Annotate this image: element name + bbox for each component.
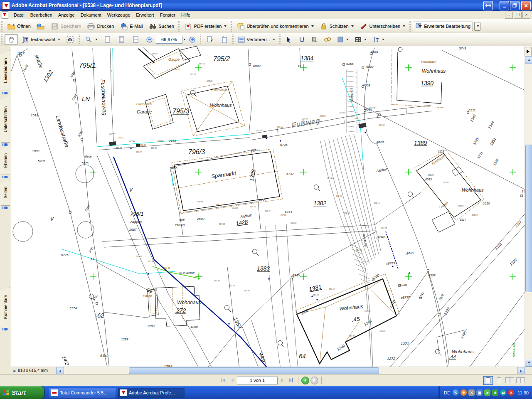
- next-page-button[interactable]: [279, 377, 286, 384]
- tray-orange-icon[interactable]: [461, 389, 467, 396]
- chevron-down-icon[interactable]: [58, 39, 60, 40]
- toolbar-grip[interactable]: [178, 21, 180, 32]
- sidebar-tab-unterschriften[interactable]: Unterschriften: [1, 96, 10, 143]
- email-button[interactable]: E-Mail: [117, 21, 145, 32]
- taskbar-task-1[interactable]: Adobe Acrobat Profe...: [118, 388, 185, 398]
- start-button[interactable]: Start: [0, 386, 44, 399]
- zoom-level-field[interactable]: 66,67%: [156, 36, 182, 44]
- toolbar-grip[interactable]: [78, 34, 81, 44]
- menu-anzeige[interactable]: Anzeige: [55, 12, 78, 18]
- zoom-out-button[interactable]: [143, 35, 155, 44]
- tray-network-icon[interactable]: ▣: [476, 389, 483, 396]
- previous-view-button[interactable]: [203, 34, 217, 45]
- search-button[interactable]: Suchen: [146, 21, 177, 32]
- form-field-tool-button[interactable]: [334, 35, 351, 44]
- language-indicator[interactable]: DE: [444, 390, 450, 395]
- organizer-button[interactable]: [34, 21, 47, 32]
- vertical-scroll-thumb[interactable]: [525, 145, 532, 292]
- sidebar-tab-kommentare[interactable]: Kommentare: [1, 287, 10, 327]
- toolbar-grip[interactable]: [200, 34, 202, 44]
- chevron-down-icon[interactable]: [364, 39, 367, 40]
- chevron-down-icon[interactable]: [311, 25, 314, 27]
- toolbar-grip[interactable]: [1, 21, 3, 32]
- zoom-in-button[interactable]: [186, 35, 198, 44]
- document-canvas[interactable]: 795/11302LandesstraßestraßeLNFuschelinow…: [11, 46, 532, 367]
- horizontal-scroll-thumb[interactable]: [129, 367, 379, 374]
- menu-bearbeiten[interactable]: Bearbeiten: [27, 12, 55, 18]
- chevron-down-icon[interactable]: [382, 39, 384, 40]
- tray-gear-alert-icon[interactable]: ✕: [468, 389, 475, 396]
- restore-button[interactable]: [510, 1, 520, 10]
- first-page-button[interactable]: [219, 377, 227, 384]
- open-button[interactable]: Öffnen: [5, 21, 33, 32]
- menu-erweitert[interactable]: Erweitert: [133, 12, 157, 18]
- vertical-scrollbar[interactable]: [525, 46, 532, 367]
- chevron-down-icon[interactable]: [224, 25, 227, 27]
- review-comment-button[interactable]: Überprüfen und kommentieren: [234, 21, 316, 32]
- sidebar-tab-grip[interactable]: [2, 92, 8, 94]
- previous-page-button[interactable]: [228, 377, 236, 384]
- toolbar-grip[interactable]: [279, 34, 281, 44]
- close-button[interactable]: [521, 1, 531, 10]
- sidebar-tab-grip[interactable]: [2, 143, 8, 146]
- sign-button[interactable]: Unterschreiben: [357, 21, 408, 32]
- tray-green-arrow-icon[interactable]: ➤: [484, 389, 490, 396]
- text-select-button[interactable]: T Textauswahl: [19, 35, 63, 44]
- zoom-dropdown-icon[interactable]: [183, 39, 186, 40]
- menu-fenster[interactable]: Fenster: [157, 12, 178, 18]
- next-view-button[interactable]: [217, 34, 231, 45]
- fit-page-button[interactable]: [115, 34, 128, 45]
- tray-security-alert-icon[interactable]: ✕: [508, 389, 514, 396]
- chevron-down-icon[interactable]: [346, 39, 349, 40]
- toolbar-overflow-button[interactable]: [525, 47, 532, 56]
- toolbar-grip[interactable]: [409, 21, 411, 32]
- touchup-text-button[interactable]: T: [370, 35, 387, 44]
- scroll-up-button[interactable]: [525, 56, 532, 64]
- next-view-nav-button[interactable]: [310, 377, 318, 384]
- continuous-facing-view-button[interactable]: [505, 376, 515, 385]
- chevron-down-icon[interactable]: [95, 39, 98, 40]
- actual-size-button[interactable]: [101, 34, 114, 45]
- crop-tool-button[interactable]: [308, 35, 320, 44]
- page-number-field[interactable]: 1 von 1: [237, 377, 278, 384]
- toolbar-grip[interactable]: [1, 34, 3, 44]
- mdi-minimize-button[interactable]: –: [505, 12, 513, 19]
- chevron-down-icon[interactable]: [351, 25, 354, 27]
- dock-window-button[interactable]: [483, 1, 493, 10]
- menu-datei[interactable]: Datei: [11, 12, 27, 18]
- toolbar-grip[interactable]: [230, 21, 233, 32]
- fit-width-button[interactable]: [129, 34, 143, 45]
- link-tool-button[interactable]: [321, 35, 333, 44]
- create-pdf-button[interactable]: PDF erstellen: [182, 21, 229, 32]
- menu-hilfe[interactable]: Hilfe: [178, 12, 193, 18]
- select-object-button[interactable]: [283, 35, 295, 44]
- movie-tool-button[interactable]: [352, 35, 369, 44]
- article-tool-button[interactable]: [296, 35, 308, 44]
- horizontal-scrollbar[interactable]: [64, 367, 517, 374]
- menu-dokument[interactable]: Dokument: [78, 12, 104, 18]
- sidebar-tab-ebenen[interactable]: Ebenen: [1, 146, 10, 175]
- advanced-editing-button[interactable]: Erweiterte Bearbeitung: [413, 22, 473, 31]
- advanced-editing-dropdown[interactable]: [474, 22, 480, 31]
- secure-button[interactable]: Schützen: [317, 21, 356, 32]
- previous-view-nav-button[interactable]: [301, 377, 309, 384]
- chevron-down-icon[interactable]: [403, 25, 405, 27]
- last-page-button[interactable]: [288, 377, 295, 384]
- menu-werkzeuge[interactable]: Werkzeuge: [104, 12, 133, 18]
- single-page-view-button[interactable]: [483, 376, 493, 385]
- splitter-handle-icon[interactable]: ◂▸: [12, 369, 16, 373]
- continuous-view-button[interactable]: [494, 376, 504, 385]
- sidebar-tab-grip[interactable]: [2, 176, 8, 178]
- sidebar-tab-seiten[interactable]: Seiten: [1, 179, 10, 206]
- tray-sync-icon[interactable]: ⇄: [500, 389, 506, 396]
- hide-icons-chevron[interactable]: <: [453, 389, 459, 396]
- process-button[interactable]: Verfahren...: [236, 35, 278, 44]
- minimize-button[interactable]: [500, 1, 509, 10]
- mdi-restore-button[interactable]: ❐: [514, 12, 522, 19]
- toolbar-grip[interactable]: [232, 34, 234, 44]
- taskbar-task-0[interactable]: Total Commander 5.5...: [49, 388, 116, 398]
- tray-shield-lock-icon[interactable]: 🔒︎: [492, 389, 498, 396]
- zoom-in-tool-button[interactable]: [82, 34, 100, 45]
- hand-tool-button[interactable]: [5, 34, 18, 45]
- facing-view-button[interactable]: [516, 376, 525, 385]
